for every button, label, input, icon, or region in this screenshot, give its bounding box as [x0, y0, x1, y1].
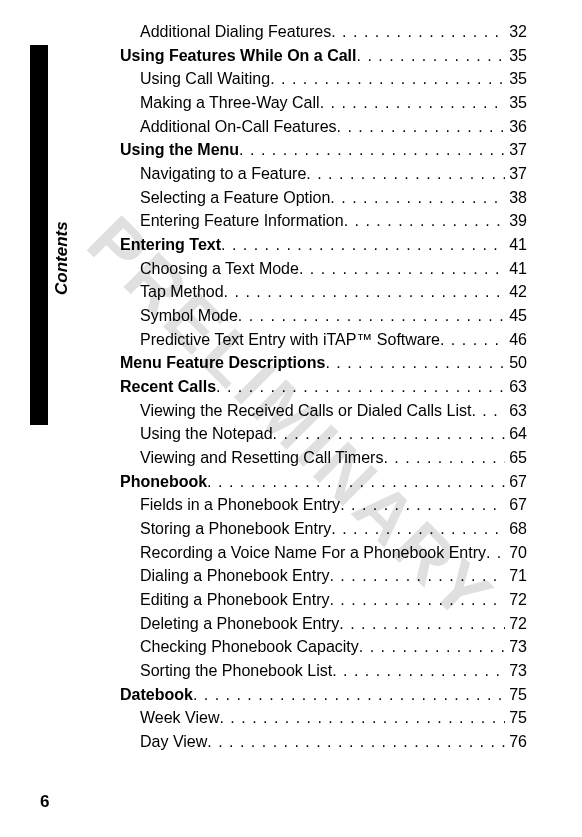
toc-row: Tap Method42 — [120, 280, 527, 304]
toc-entry-page: 70 — [505, 541, 527, 565]
dot-leader — [359, 635, 505, 659]
dot-leader — [320, 91, 506, 115]
dot-leader — [216, 375, 505, 399]
toc-entry-page: 37 — [505, 162, 527, 186]
toc-row: Using Call Waiting35 — [120, 67, 527, 91]
toc-entry-page: 63 — [505, 399, 527, 423]
toc-entry-page: 75 — [505, 706, 527, 730]
dot-leader — [340, 493, 505, 517]
toc-entry-title: Sorting the Phonebook List — [140, 659, 332, 683]
dot-leader — [207, 470, 505, 494]
toc-row: Predictive Text Entry with iTAP™ Softwar… — [120, 328, 527, 352]
dot-leader — [344, 209, 506, 233]
dot-leader — [325, 351, 505, 375]
toc-entry-page: 65 — [505, 446, 527, 470]
toc-entry-title: Week View — [140, 706, 219, 730]
toc-row: Entering Text41 — [120, 233, 527, 257]
toc-row: Recording a Voice Name For a Phonebook E… — [120, 541, 527, 565]
dot-leader — [330, 186, 505, 210]
toc-entry-page: 39 — [505, 209, 527, 233]
toc-row: Symbol Mode45 — [120, 304, 527, 328]
toc-entry-page: 42 — [505, 280, 527, 304]
dot-leader — [193, 683, 505, 707]
toc-row: Sorting the Phonebook List73 — [120, 659, 527, 683]
dot-leader — [299, 257, 505, 281]
toc-entry-title: Deleting a Phonebook Entry — [140, 612, 339, 636]
dot-leader — [221, 233, 505, 257]
toc-entry-title: Choosing a Text Mode — [140, 257, 299, 281]
toc-entry-title: Selecting a Feature Option — [140, 186, 330, 210]
dot-leader — [471, 399, 505, 423]
toc-entry-page: 46 — [505, 328, 527, 352]
toc-entry-page: 72 — [505, 588, 527, 612]
toc-row: Using the Menu37 — [120, 138, 527, 162]
toc-entry-page: 76 — [505, 730, 527, 754]
dot-leader — [383, 446, 505, 470]
toc-row: Phonebook67 — [120, 470, 527, 494]
toc-entry-page: 72 — [505, 612, 527, 636]
toc-row: Viewing and Resetting Call Timers65 — [120, 446, 527, 470]
toc-row: Making a Three-Way Call35 — [120, 91, 527, 115]
toc-row: Datebook75 — [120, 683, 527, 707]
toc-entry-page: 73 — [505, 659, 527, 683]
table-of-contents: Additional Dialing Features32Using Featu… — [120, 20, 527, 754]
toc-entry-title: Checking Phonebook Capacity — [140, 635, 359, 659]
toc-entry-page: 64 — [505, 422, 527, 446]
dot-leader — [224, 280, 506, 304]
sidebar-label-wrap: Contents — [52, 165, 74, 345]
dot-leader — [332, 659, 505, 683]
toc-entry-title: Dialing a Phonebook Entry — [140, 564, 329, 588]
dot-leader — [440, 328, 505, 352]
dot-leader — [329, 588, 505, 612]
dot-leader — [239, 138, 505, 162]
toc-entry-page: 41 — [505, 233, 527, 257]
toc-entry-title: Additional On-Call Features — [140, 115, 337, 139]
toc-entry-title: Recent Calls — [120, 375, 216, 399]
dot-leader — [219, 706, 505, 730]
toc-entry-page: 45 — [505, 304, 527, 328]
toc-entry-title: Day View — [140, 730, 207, 754]
toc-entry-title: Viewing the Received Calls or Dialed Cal… — [140, 399, 471, 423]
toc-row: Editing a Phonebook Entry72 — [120, 588, 527, 612]
dot-leader — [329, 564, 505, 588]
dot-leader — [331, 20, 505, 44]
toc-entry-title: Menu Feature Descriptions — [120, 351, 325, 375]
toc-entry-title: Datebook — [120, 683, 193, 707]
toc-entry-title: Editing a Phonebook Entry — [140, 588, 329, 612]
toc-entry-page: 37 — [505, 138, 527, 162]
toc-entry-title: Entering Text — [120, 233, 221, 257]
toc-entry-title: Fields in a Phonebook Entry — [140, 493, 340, 517]
dot-leader — [207, 730, 505, 754]
toc-entry-page: 35 — [505, 91, 527, 115]
dot-leader — [486, 541, 505, 565]
toc-row: Menu Feature Descriptions50 — [120, 351, 527, 375]
sidebar-label: Contents — [52, 221, 72, 295]
toc-row: Recent Calls63 — [120, 375, 527, 399]
toc-entry-title: Tap Method — [140, 280, 224, 304]
toc-row: Entering Feature Information39 — [120, 209, 527, 233]
toc-row: Storing a Phonebook Entry68 — [120, 517, 527, 541]
toc-entry-page: 38 — [505, 186, 527, 210]
toc-entry-page: 32 — [505, 20, 527, 44]
toc-row: Deleting a Phonebook Entry72 — [120, 612, 527, 636]
toc-row: Using the Notepad64 — [120, 422, 527, 446]
toc-entry-title: Using the Notepad — [140, 422, 273, 446]
toc-entry-page: 36 — [505, 115, 527, 139]
toc-row: Additional Dialing Features32 — [120, 20, 527, 44]
toc-entry-title: Recording a Voice Name For a Phonebook E… — [140, 541, 486, 565]
toc-entry-title: Phonebook — [120, 470, 207, 494]
toc-entry-page: 73 — [505, 635, 527, 659]
toc-entry-page: 35 — [505, 67, 527, 91]
toc-entry-page: 71 — [505, 564, 527, 588]
toc-row: Week View75 — [120, 706, 527, 730]
toc-row: Choosing a Text Mode41 — [120, 257, 527, 281]
toc-entry-title: Navigating to a Feature — [140, 162, 306, 186]
toc-row: Day View76 — [120, 730, 527, 754]
toc-entry-page: 41 — [505, 257, 527, 281]
toc-row: Selecting a Feature Option38 — [120, 186, 527, 210]
toc-entry-page: 67 — [505, 493, 527, 517]
toc-row: Using Features While On a Call35 — [120, 44, 527, 68]
dot-leader — [306, 162, 505, 186]
dot-leader — [270, 67, 505, 91]
toc-entry-page: 50 — [505, 351, 527, 375]
